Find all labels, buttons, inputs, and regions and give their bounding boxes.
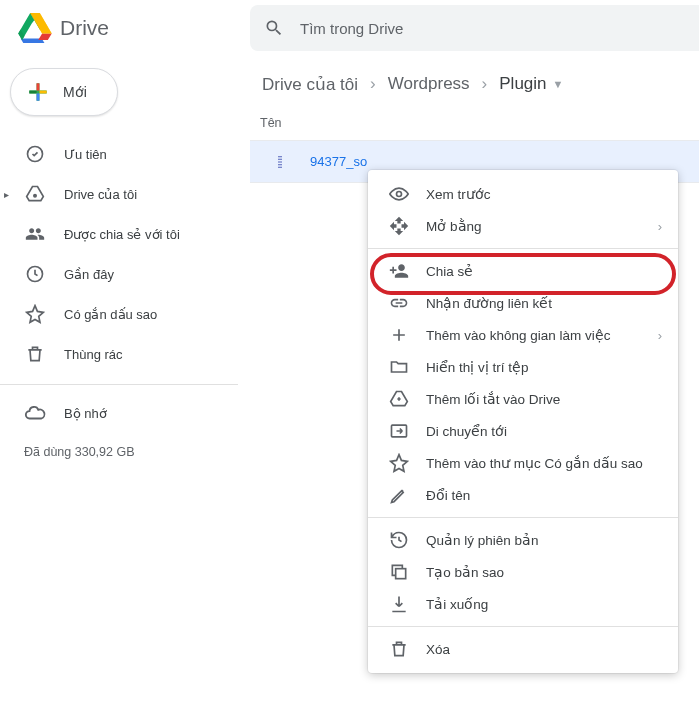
sidebar-item-label: Gần đây bbox=[64, 267, 114, 282]
sidebar-item-label: Được chia sẻ với tôi bbox=[64, 227, 180, 242]
plus-icon bbox=[25, 79, 51, 105]
sidebar-item-label: Thùng rác bbox=[64, 347, 123, 362]
svg-rect-3 bbox=[278, 156, 282, 157]
menu-add-shortcut[interactable]: Thêm lối tắt vào Drive bbox=[368, 383, 678, 415]
breadcrumb-item[interactable]: Wordpress bbox=[386, 70, 472, 98]
my-drive-icon bbox=[24, 184, 46, 204]
star-icon bbox=[388, 453, 410, 473]
recent-icon bbox=[24, 264, 46, 284]
zip-file-icon bbox=[272, 154, 288, 170]
chevron-right-icon: › bbox=[482, 74, 488, 94]
search-placeholder: Tìm trong Drive bbox=[300, 20, 403, 37]
menu-label: Thêm lối tắt vào Drive bbox=[426, 391, 662, 407]
folder-icon bbox=[388, 357, 410, 377]
menu-label: Thêm vào không gian làm việc bbox=[426, 327, 658, 343]
link-icon bbox=[388, 293, 410, 313]
menu-label: Hiển thị vị trí tệp bbox=[426, 359, 662, 375]
breadcrumb-current[interactable]: Plugin ▼ bbox=[497, 70, 565, 98]
menu-preview[interactable]: Xem trước bbox=[368, 178, 678, 210]
download-icon bbox=[388, 594, 410, 614]
menu-get-link[interactable]: Nhận đường liên kết bbox=[368, 287, 678, 319]
menu-copy[interactable]: Tạo bản sao bbox=[368, 556, 678, 588]
breadcrumb: Drive của tôi › Wordpress › Plugin ▼ bbox=[250, 56, 699, 112]
svg-rect-4 bbox=[278, 158, 282, 159]
menu-label: Xóa bbox=[426, 642, 662, 657]
sidebar-item-label: Có gắn dấu sao bbox=[64, 307, 157, 322]
app-name: Drive bbox=[60, 16, 109, 40]
pencil-icon bbox=[388, 485, 410, 505]
menu-rename[interactable]: Đổi tên bbox=[368, 479, 678, 511]
menu-label: Xem trước bbox=[426, 186, 662, 202]
menu-show-location[interactable]: Hiển thị vị trí tệp bbox=[368, 351, 678, 383]
menu-share[interactable]: Chia sẻ bbox=[368, 255, 678, 287]
history-icon bbox=[388, 530, 410, 550]
new-label: Mới bbox=[63, 84, 87, 100]
breadcrumb-item[interactable]: Drive của tôi bbox=[260, 70, 360, 99]
svg-rect-10 bbox=[396, 569, 406, 579]
storage-used-text: Đã dùng 330,92 GB bbox=[0, 445, 238, 459]
menu-add-workspace[interactable]: Thêm vào không gian làm việc › bbox=[368, 319, 678, 351]
menu-label: Di chuyển tới bbox=[426, 423, 662, 439]
copy-icon bbox=[388, 562, 410, 582]
menu-versions[interactable]: Quản lý phiên bản bbox=[368, 524, 678, 556]
file-name: 94377_so bbox=[310, 154, 367, 169]
sidebar-item-recent[interactable]: Gần đây bbox=[0, 254, 238, 294]
column-header-name[interactable]: Tên bbox=[250, 116, 699, 141]
plus-thin-icon bbox=[388, 325, 410, 345]
menu-label: Thêm vào thư mục Có gắn dấu sao bbox=[426, 455, 662, 471]
svg-point-8 bbox=[397, 192, 402, 197]
trash-icon bbox=[388, 639, 410, 659]
dropdown-caret-icon: ▼ bbox=[553, 78, 564, 90]
breadcrumb-label: Plugin bbox=[499, 74, 546, 94]
cloud-icon bbox=[24, 402, 46, 424]
new-button[interactable]: Mới bbox=[10, 68, 118, 116]
trash-icon bbox=[24, 344, 46, 364]
context-menu: Xem trước Mở bằng › Chia sẻ Nhận đường l… bbox=[368, 170, 678, 673]
shared-icon bbox=[24, 224, 46, 244]
search-icon bbox=[264, 18, 284, 38]
person-add-icon bbox=[388, 261, 410, 281]
menu-move[interactable]: Di chuyển tới bbox=[368, 415, 678, 447]
sidebar-item-my-drive[interactable]: ▸ Drive của tôi bbox=[0, 174, 238, 214]
menu-label: Quản lý phiên bản bbox=[426, 532, 662, 548]
eye-icon bbox=[388, 184, 410, 204]
priority-icon bbox=[24, 144, 46, 164]
menu-delete[interactable]: Xóa bbox=[368, 633, 678, 665]
menu-open-with[interactable]: Mở bằng › bbox=[368, 210, 678, 242]
open-with-icon bbox=[388, 216, 410, 236]
svg-point-1 bbox=[34, 195, 36, 197]
menu-label: Tạo bản sao bbox=[426, 564, 662, 580]
menu-label: Tải xuống bbox=[426, 596, 662, 612]
move-icon bbox=[388, 421, 410, 441]
chevron-right-icon: › bbox=[658, 328, 662, 343]
logo-area[interactable]: Drive bbox=[0, 13, 250, 43]
sidebar-item-trash[interactable]: Thùng rác bbox=[0, 334, 238, 374]
sidebar-item-priority[interactable]: Ưu tiên bbox=[0, 134, 238, 174]
drive-shortcut-icon bbox=[388, 389, 410, 409]
svg-rect-7 bbox=[278, 166, 282, 167]
sidebar-item-starred[interactable]: Có gắn dấu sao bbox=[0, 294, 238, 334]
sidebar-item-label: Bộ nhớ bbox=[64, 406, 107, 421]
sidebar: Mới Ưu tiên ▸ Drive của tôi Được chia sẻ… bbox=[0, 60, 238, 459]
menu-download[interactable]: Tải xuống bbox=[368, 588, 678, 620]
menu-add-star[interactable]: Thêm vào thư mục Có gắn dấu sao bbox=[368, 447, 678, 479]
star-icon bbox=[24, 304, 46, 324]
header: Drive Tìm trong Drive bbox=[0, 0, 699, 56]
menu-label: Nhận đường liên kết bbox=[426, 295, 662, 311]
svg-rect-5 bbox=[278, 161, 282, 162]
divider bbox=[0, 384, 238, 385]
sidebar-item-label: Drive của tôi bbox=[64, 187, 137, 202]
sidebar-item-shared[interactable]: Được chia sẻ với tôi bbox=[0, 214, 238, 254]
search-input[interactable]: Tìm trong Drive bbox=[250, 5, 699, 51]
svg-rect-6 bbox=[278, 164, 282, 165]
chevron-right-icon: › bbox=[370, 74, 376, 94]
menu-label: Mở bằng bbox=[426, 218, 658, 234]
sidebar-item-storage[interactable]: Bộ nhớ bbox=[0, 393, 238, 433]
menu-label: Chia sẻ bbox=[426, 263, 662, 279]
expand-caret-icon[interactable]: ▸ bbox=[4, 189, 9, 200]
menu-divider bbox=[368, 248, 678, 249]
menu-divider bbox=[368, 626, 678, 627]
drive-logo-icon bbox=[18, 13, 52, 43]
chevron-right-icon: › bbox=[658, 219, 662, 234]
main-area: Drive của tôi › Wordpress › Plugin ▼ Tên… bbox=[250, 56, 699, 183]
